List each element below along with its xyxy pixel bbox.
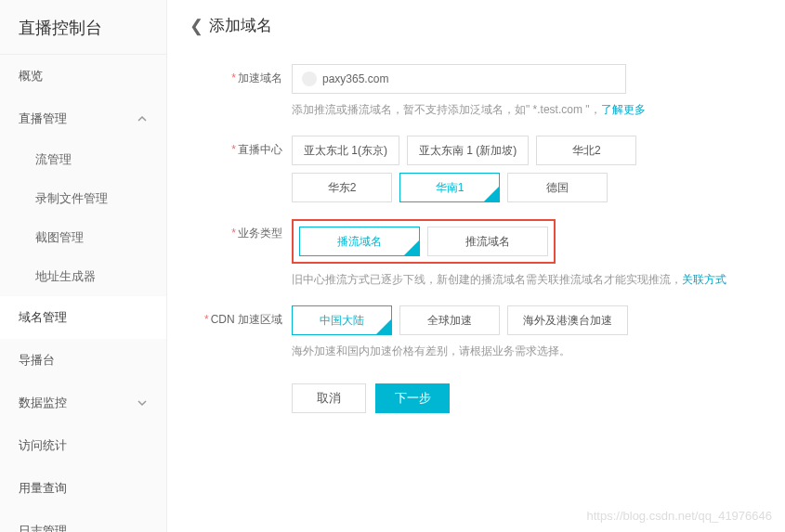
chevron-up-icon	[137, 113, 148, 124]
center-option-singapore[interactable]: 亚太东南 1 (新加坡)	[407, 136, 529, 165]
biztype-option-play[interactable]: 播流域名	[299, 227, 420, 256]
biztype-hint: 旧中心推流方式已逐步下线，新创建的播流域名需关联推流域名才能实现推流，关联方式	[292, 271, 763, 289]
main-content: ❮ 添加域名 *加速域名 paxy365.com 添加推流或播流域名，暂不支持添…	[167, 0, 785, 532]
cdn-option-overseas[interactable]: 海外及港澳台加速	[507, 305, 628, 335]
label-domain: *加速域名	[190, 64, 292, 86]
cancel-button[interactable]: 取消	[292, 383, 366, 413]
cdn-option-mainland[interactable]: 中国大陆	[292, 305, 392, 335]
sidebar-sub-urlgen[interactable]: 地址生成器	[0, 257, 166, 296]
sidebar-item-director[interactable]: 导播台	[0, 339, 166, 382]
center-option-south1[interactable]: 华南1	[399, 173, 500, 202]
sidebar-sub-stream[interactable]: 流管理	[0, 140, 166, 179]
next-button[interactable]: 下一步	[375, 383, 450, 413]
biztype-option-push[interactable]: 推流域名	[427, 227, 548, 256]
sidebar-item-access-stats[interactable]: 访问统计	[0, 424, 166, 467]
center-option-north2[interactable]: 华北2	[536, 136, 636, 165]
center-option-germany[interactable]: 德国	[507, 173, 608, 202]
link-method-link[interactable]: 关联方式	[682, 273, 726, 286]
label-center: *直播中心	[190, 136, 292, 158]
sidebar-sub-record[interactable]: 录制文件管理	[0, 179, 166, 218]
chevron-down-icon	[137, 397, 148, 409]
center-option-tokyo[interactable]: 亚太东北 1(东京)	[292, 136, 399, 165]
label-cdn: *CDN 加速区域	[190, 305, 292, 328]
sidebar-item-overview[interactable]: 概览	[0, 55, 166, 97]
domain-icon	[302, 71, 317, 86]
center-option-east2[interactable]: 华东2	[292, 173, 392, 202]
sidebar-item-usage[interactable]: 用量查询	[0, 467, 166, 510]
label-biztype: *业务类型	[190, 219, 292, 241]
sidebar-item-logs[interactable]: 日志管理	[0, 510, 166, 532]
sidebar: 直播控制台 概览 直播管理 流管理 录制文件管理 截图管理 地址生成器 域名管理…	[0, 0, 167, 532]
page-header: ❮ 添加域名	[190, 15, 763, 36]
domain-hint: 添加推流或播流域名，暂不支持添加泛域名，如" *.test.com "，了解更多	[292, 101, 763, 119]
back-icon[interactable]: ❮	[190, 16, 203, 36]
sidebar-title: 直播控制台	[0, 0, 166, 55]
sidebar-sub-screenshot[interactable]: 截图管理	[0, 218, 166, 257]
cdn-option-global[interactable]: 全球加速	[399, 305, 500, 335]
sidebar-item-live-mgmt[interactable]: 直播管理	[0, 97, 166, 140]
biztype-highlight: 播流域名 推流域名	[292, 219, 556, 264]
sidebar-item-data-monitor[interactable]: 数据监控	[0, 382, 166, 424]
domain-input[interactable]: paxy365.com	[292, 64, 626, 94]
cdn-hint: 海外加速和国内加速价格有差别，请根据业务需求选择。	[292, 343, 763, 360]
page-title: 添加域名	[209, 15, 272, 36]
learn-more-link[interactable]: 了解更多	[601, 103, 646, 116]
watermark: https://blog.csdn.net/qq_41976646	[587, 509, 773, 523]
sidebar-item-domain[interactable]: 域名管理	[0, 296, 166, 339]
